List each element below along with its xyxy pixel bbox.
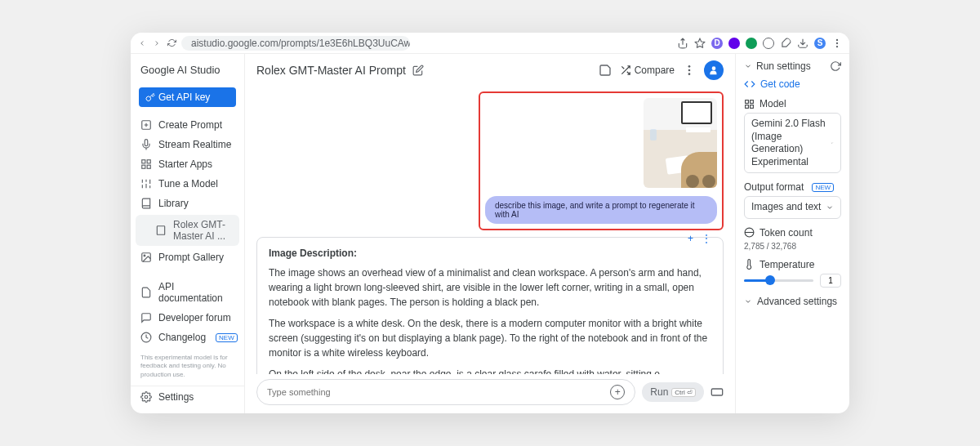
- shortcut-hint: Ctrl ⏎: [671, 388, 696, 397]
- prompt-input[interactable]: [267, 387, 605, 397]
- image-actions: [485, 175, 715, 188]
- new-badge: NEW: [812, 183, 834, 192]
- chevron-down-icon: [744, 297, 752, 306]
- output-select[interactable]: Images and text: [744, 196, 841, 219]
- avatar-icon: [708, 65, 719, 76]
- model-label: Model: [760, 98, 786, 109]
- sidebar-item-library[interactable]: Library: [131, 194, 244, 213]
- apps-icon: [140, 158, 152, 170]
- response-paragraph: The image shows an overhead view of a mi…: [269, 265, 711, 310]
- compare-icon: [620, 65, 631, 76]
- run-button[interactable]: RunCtrl ⏎: [642, 382, 704, 402]
- keyboard-icon[interactable]: [710, 386, 724, 399]
- add-attachment-icon[interactable]: +: [610, 385, 625, 399]
- extension-icon[interactable]: [728, 38, 740, 49]
- sidebar-item-starter[interactable]: Starter Apps: [131, 154, 244, 174]
- slider-thumb[interactable]: [765, 275, 775, 285]
- reset-icon[interactable]: [830, 60, 841, 72]
- panel-header: Run settings: [744, 60, 841, 72]
- profile-avatar[interactable]: S: [814, 38, 826, 49]
- star-icon[interactable]: [694, 38, 706, 49]
- edit-icon[interactable]: [412, 65, 424, 76]
- output-section: Output formatNEW Images and text: [744, 181, 841, 219]
- model-select[interactable]: Gemini 2.0 Flash (Image Generation) Expe…: [744, 113, 841, 173]
- user-avatar[interactable]: [704, 60, 724, 80]
- create-icon: [140, 119, 152, 131]
- svg-point-26: [712, 66, 716, 70]
- sidebar-item-stream[interactable]: Stream Realtime: [131, 135, 244, 154]
- get-code-link[interactable]: Get code: [744, 78, 841, 90]
- run-settings-panel: Run settings Get code Model Gemini 2.0 F…: [735, 54, 849, 413]
- image-action-icon[interactable]: [702, 175, 715, 188]
- sidebar-item-library-entry[interactable]: Rolex GMT-Master AI ...: [136, 215, 239, 246]
- get-api-key-button[interactable]: Get API key: [139, 87, 236, 107]
- more-icon[interactable]: [683, 64, 696, 77]
- response-heading: Image Description:: [269, 246, 711, 261]
- token-icon: [744, 227, 755, 238]
- sidebar-item-gallery[interactable]: Prompt Gallery: [131, 248, 244, 267]
- sidebar-item-label: API documentation: [158, 281, 234, 304]
- insert-above-icon[interactable]: + ⋮: [688, 231, 711, 246]
- share-icon[interactable]: [677, 38, 688, 49]
- settings-label: Settings: [158, 391, 194, 403]
- sidebar-item-label: Library: [158, 198, 189, 209]
- gallery-icon: [140, 252, 152, 263]
- conversation: describe this image, and write a prompt …: [245, 87, 735, 374]
- token-section: Token count 2,785 / 32,768: [744, 227, 841, 251]
- address-bar[interactable]: aistudio.google.com/prompts/1e3E6hLBQ3Uu…: [181, 36, 410, 51]
- advanced-settings-toggle[interactable]: Advanced settings: [744, 296, 841, 307]
- user-turn: describe this image, and write a prompt …: [479, 91, 724, 230]
- run-label: Run: [650, 386, 668, 398]
- model-icon: [744, 99, 755, 109]
- image-monitor: [681, 101, 712, 124]
- sidebar-item-label: Developer forum: [158, 312, 231, 323]
- svg-point-4: [836, 45, 838, 47]
- extension-icon[interactable]: D: [711, 38, 723, 49]
- svg-point-20: [144, 255, 145, 256]
- sidebar-item-tune[interactable]: Tune a Model: [131, 174, 244, 194]
- sidebar-item-label: Stream Realtime: [158, 139, 231, 150]
- svg-rect-18: [157, 226, 164, 235]
- back-icon[interactable]: [137, 38, 147, 48]
- svg-rect-30: [751, 105, 754, 108]
- extension-icon[interactable]: [746, 38, 757, 49]
- sidebar-item-forum[interactable]: Developer forum: [131, 308, 244, 328]
- download-icon[interactable]: [797, 38, 808, 49]
- gear-icon: [140, 391, 152, 403]
- sidebar-item-label: Create Prompt: [158, 119, 222, 131]
- sidebar-item-changelog[interactable]: ChangelogNEW: [131, 328, 244, 347]
- sidebar-item-label: Rolex GMT-Master AI ...: [173, 219, 229, 242]
- prompt-input-wrapper[interactable]: +: [256, 379, 635, 405]
- save-icon[interactable]: [599, 64, 612, 77]
- svg-point-25: [688, 73, 691, 75]
- svg-point-24: [688, 69, 691, 72]
- key-icon: [145, 92, 155, 102]
- forward-icon[interactable]: [152, 38, 162, 48]
- sidebar-item-create-prompt[interactable]: Create Prompt: [131, 115, 244, 135]
- extension-icon[interactable]: [763, 38, 774, 49]
- reload-icon[interactable]: [167, 38, 176, 48]
- token-value: 2,785 / 32,768: [744, 242, 841, 251]
- composer: + RunCtrl ⏎: [245, 374, 735, 413]
- svg-point-22: [145, 395, 148, 399]
- sidebar-item-settings[interactable]: Settings: [131, 386, 244, 408]
- compare-button[interactable]: Compare: [620, 65, 675, 76]
- image-action-icon[interactable]: [686, 175, 699, 188]
- sidebar: Google AI Studio Get API key Create Prom…: [131, 54, 245, 413]
- library-icon: [140, 198, 152, 209]
- tune-icon: [140, 178, 152, 190]
- model-response: + ⋮ Image Description: The image shows a…: [256, 237, 724, 374]
- chevron-down-icon[interactable]: [744, 62, 752, 70]
- chevron-down-icon: [826, 203, 834, 212]
- temperature-section: Temperature 1: [744, 259, 841, 288]
- temperature-slider[interactable]: [744, 279, 813, 282]
- disclaimer: This experimental model is for feedback …: [131, 347, 244, 386]
- svg-rect-31: [746, 105, 749, 108]
- svg-rect-8: [142, 160, 145, 163]
- response-paragraph: On the left side of the desk, near the e…: [269, 367, 711, 374]
- sidebar-item-docs[interactable]: API documentation: [131, 277, 244, 308]
- more-icon[interactable]: [831, 38, 843, 49]
- extensions-menu-icon[interactable]: [780, 38, 791, 49]
- app-shell: Google AI Studio Get API key Create Prom…: [131, 54, 849, 413]
- temperature-value[interactable]: 1: [820, 274, 841, 288]
